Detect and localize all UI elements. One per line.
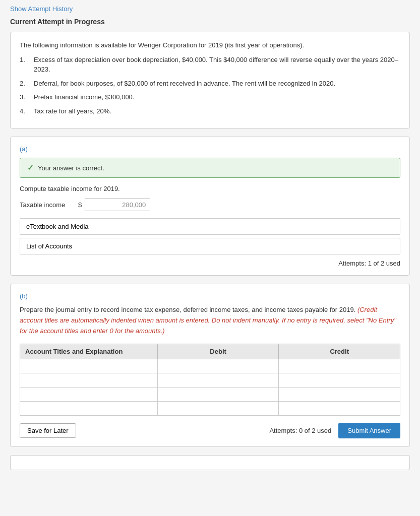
account-cell-3[interactable]	[20, 387, 158, 401]
checkmark-icon: ✓	[27, 163, 34, 172]
taxable-income-input[interactable]	[85, 199, 150, 211]
account-input-4[interactable]	[23, 404, 154, 413]
credit-cell-3[interactable]	[279, 387, 400, 401]
credit-input-3[interactable]	[282, 390, 397, 399]
list-accounts-button[interactable]: List of Accounts	[20, 238, 400, 254]
instructions-normal: Prepare the journal entry to record inco…	[20, 306, 355, 313]
table-row	[20, 359, 400, 373]
list-item: 2. Deferral, for book purposes, of $20,0…	[20, 79, 400, 89]
part-a-attempts: Attempts: 1 of 2 used	[20, 260, 400, 267]
show-attempt-history-link[interactable]: Show Attempt History	[10, 5, 73, 13]
part-b-attempts: Attempts: 0 of 2 used	[269, 427, 331, 434]
more-content-card	[10, 455, 410, 470]
account-input-3[interactable]	[23, 390, 154, 399]
etextbook-button[interactable]: eTextbook and Media	[20, 218, 400, 235]
debit-cell-2[interactable]	[157, 373, 279, 387]
credit-input-4[interactable]	[282, 404, 397, 413]
list-item: 1. Excess of tax depreciation over book …	[20, 55, 400, 75]
debit-input-4[interactable]	[161, 404, 276, 413]
item-text-3: Pretax financial income, $300,000.	[34, 92, 400, 102]
account-cell-2[interactable]	[20, 373, 158, 387]
part-a-card: (a) ✓ Your answer is correct. Compute ta…	[10, 137, 410, 276]
item-num-3: 3.	[20, 92, 34, 102]
credit-cell-2[interactable]	[279, 373, 400, 387]
submit-answer-button[interactable]: Submit Answer	[338, 423, 400, 438]
debit-input-3[interactable]	[161, 390, 276, 399]
correct-banner: ✓ Your answer is correct.	[20, 158, 400, 178]
credit-cell-1[interactable]	[279, 359, 400, 373]
credit-input-1[interactable]	[282, 361, 397, 371]
table-row	[20, 373, 400, 387]
part-a-label: (a)	[20, 145, 400, 153]
part-b-instructions: Prepare the journal entry to record inco…	[20, 305, 400, 336]
col-header-credit: Credit	[279, 344, 400, 359]
taxable-income-label: Taxable income	[20, 201, 75, 209]
item-num-1: 1.	[20, 55, 34, 75]
bottom-right: Attempts: 0 of 2 used Submit Answer	[269, 423, 400, 438]
item-num-4: 4.	[20, 106, 34, 116]
item-text-4: Tax rate for all years, 20%.	[34, 106, 400, 116]
debit-cell-3[interactable]	[157, 387, 279, 401]
part-b-bottom-bar: Save for Later Attempts: 0 of 2 used Sub…	[20, 423, 400, 438]
taxable-income-row: Taxable income $	[20, 199, 400, 211]
account-input-2[interactable]	[23, 375, 154, 385]
journal-table: Account Titles and Explanation Debit Cre…	[20, 344, 400, 416]
part-b-card: (b) Prepare the journal entry to record …	[10, 284, 410, 446]
debit-input-2[interactable]	[161, 375, 276, 385]
dollar-sign: $	[78, 201, 82, 209]
correct-message: Your answer is correct.	[38, 164, 104, 172]
problem-card: The following information is available f…	[10, 32, 410, 128]
debit-cell-1[interactable]	[157, 359, 279, 373]
credit-input-2[interactable]	[282, 375, 397, 385]
col-header-account: Account Titles and Explanation	[20, 344, 158, 359]
item-num-2: 2.	[20, 79, 34, 89]
table-row	[20, 387, 400, 401]
col-header-debit: Debit	[157, 344, 279, 359]
current-attempt-title: Current Attempt in Progress	[10, 18, 410, 26]
account-cell-4[interactable]	[20, 401, 158, 415]
item-text-1: Excess of tax depreciation over book dep…	[34, 55, 400, 75]
debit-input-1[interactable]	[161, 361, 276, 371]
list-item: 3. Pretax financial income, $300,000.	[20, 92, 400, 102]
problem-intro: The following information is available f…	[20, 40, 400, 51]
item-text-2: Deferral, for book purposes, of $20,000 …	[34, 79, 400, 89]
account-cell-1[interactable]	[20, 359, 158, 373]
list-item: 4. Tax rate for all years, 20%.	[20, 106, 400, 116]
part-b-label: (b)	[20, 292, 400, 300]
compute-label: Compute taxable income for 2019.	[20, 185, 400, 192]
account-input-1[interactable]	[23, 361, 154, 371]
save-later-button[interactable]: Save for Later	[20, 423, 76, 438]
credit-cell-4[interactable]	[279, 401, 400, 415]
debit-cell-4[interactable]	[157, 401, 279, 415]
table-row	[20, 401, 400, 415]
